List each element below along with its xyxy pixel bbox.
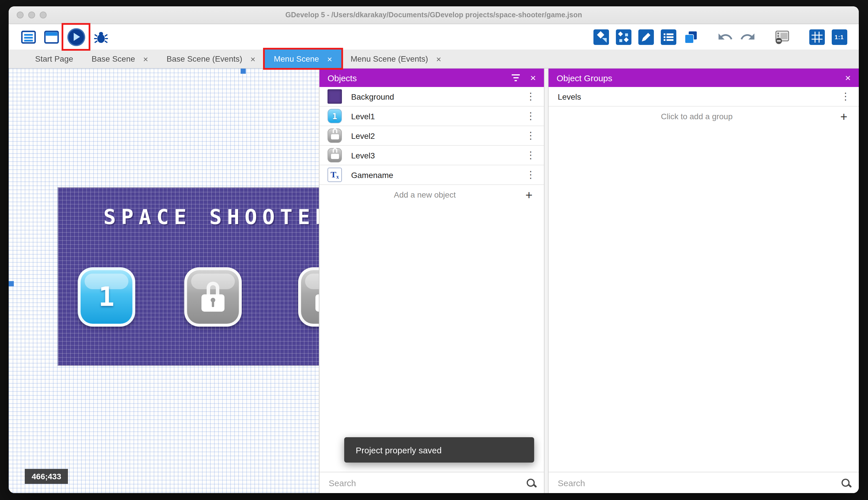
groups-search-row (549, 472, 859, 493)
object-row-background[interactable]: Background ⋮ (319, 87, 544, 106)
row-menu-icon[interactable]: ⋮ (524, 131, 537, 140)
gdevelop-window: GDevelop 5 - /Users/dkarakay/Documents/G… (9, 6, 859, 493)
scene-resize-handle-left[interactable] (9, 281, 14, 286)
locked-level-icon (328, 148, 342, 162)
groups-search-input[interactable] (556, 477, 836, 488)
layers-icon[interactable] (683, 29, 699, 45)
object-row-level1[interactable]: 1 Level1 ⋮ (319, 106, 544, 126)
titlebar: GDevelop 5 - /Users/dkarakay/Documents/G… (9, 6, 859, 24)
group-name: Levels (555, 92, 839, 101)
tab-menu-scene[interactable]: Menu Scene × (265, 49, 341, 68)
objects-search-input[interactable] (328, 477, 521, 488)
capture-icon[interactable] (774, 29, 790, 45)
editor-content: SPACE SHOOTER 1 466;433 Objects (9, 69, 859, 493)
undo-icon[interactable] (717, 29, 733, 45)
export-icon[interactable] (593, 29, 609, 45)
text-object-icon: Tx (328, 168, 342, 182)
objects-panel-empty-area (319, 204, 544, 472)
object-groups-title: Object Groups (556, 73, 612, 83)
scene-window-icon[interactable] (43, 29, 59, 45)
cursor-coordinates-badge: 466;433 (25, 469, 68, 484)
level-button-icon: 1 (328, 109, 342, 123)
tab-label: Base Scene (92, 54, 135, 64)
game-title-text-instance[interactable]: SPACE SHOOTER (58, 188, 319, 229)
objects-panel-title: Objects (328, 73, 357, 83)
window-title: GDevelop 5 - /Users/dkarakay/Documents/G… (9, 11, 859, 19)
object-groups-header: Object Groups × (549, 69, 859, 87)
background-swatch-icon (328, 89, 342, 104)
object-row-level2[interactable]: Level2 ⋮ (319, 126, 544, 146)
debug-icon[interactable] (93, 29, 109, 45)
tab-start-page[interactable]: Start Page (26, 49, 82, 68)
tab-close-icon[interactable]: × (250, 55, 256, 63)
menu-scene-preview[interactable]: SPACE SHOOTER 1 (58, 188, 319, 365)
close-window-button[interactable] (17, 12, 24, 19)
row-menu-icon[interactable]: ⋮ (839, 92, 852, 101)
objects-search-row (319, 472, 544, 493)
close-panel-icon[interactable]: × (845, 73, 851, 83)
row-menu-icon[interactable]: ⋮ (524, 170, 537, 180)
properties-icon[interactable] (660, 29, 676, 45)
zoom-ratio-label: 1:1 (835, 34, 844, 40)
main-toolbar: 1:1 (9, 24, 859, 49)
scene-resize-handle-top[interactable] (241, 69, 246, 74)
zoom-window-button[interactable] (40, 12, 47, 19)
object-name: Gamename (351, 170, 524, 180)
object-name: Level1 (351, 112, 524, 121)
tab-base-scene[interactable]: Base Scene × (82, 49, 157, 68)
tab-label: Start Page (35, 54, 73, 64)
search-icon[interactable] (841, 478, 851, 488)
add-group-label: Click to add a group (556, 112, 837, 121)
preview-play-button[interactable] (66, 27, 86, 47)
tab-label: Menu Scene (Events) (351, 54, 428, 64)
object-name: Level2 (351, 131, 524, 140)
object-name: Level3 (351, 151, 524, 160)
object-name: Background (351, 92, 524, 101)
panel-divider[interactable] (544, 69, 549, 493)
tab-label: Base Scene (Events) (167, 54, 242, 64)
add-group-plus-icon[interactable]: + (837, 110, 851, 122)
instances-icon[interactable] (615, 29, 631, 45)
toolbar-left (20, 27, 109, 47)
close-panel-icon[interactable]: × (530, 73, 536, 83)
object-row-level3[interactable]: Level3 ⋮ (319, 146, 544, 165)
save-toast: Project properly saved (344, 437, 534, 463)
add-object-label: Add a new object (328, 190, 522, 199)
level1-button-instance[interactable]: 1 (78, 267, 135, 327)
objects-panel: Objects × Background ⋮ 1 Level1 ⋮ (319, 69, 544, 493)
lock-icon (315, 281, 319, 311)
edit-icon[interactable] (638, 29, 654, 45)
add-object-row[interactable]: Add a new object + (319, 185, 544, 204)
row-menu-icon[interactable]: ⋮ (524, 92, 537, 101)
tab-close-icon[interactable]: × (143, 55, 148, 63)
tab-menu-scene-events[interactable]: Menu Scene (Events) × (341, 49, 450, 68)
tab-close-icon[interactable]: × (327, 55, 332, 63)
project-manager-icon[interactable] (20, 29, 36, 45)
redo-icon[interactable] (740, 29, 756, 45)
row-menu-icon[interactable]: ⋮ (524, 150, 537, 160)
zoom-ratio-icon[interactable]: 1:1 (831, 29, 847, 45)
groups-panel-empty-area (549, 126, 859, 472)
level3-locked-button-instance[interactable] (298, 267, 319, 327)
preview-play-icon (67, 28, 85, 46)
add-group-row[interactable]: Click to add a group + (549, 106, 859, 126)
row-menu-icon[interactable]: ⋮ (524, 111, 537, 121)
level1-label: 1 (81, 281, 132, 312)
toolbar-right: 1:1 (593, 29, 847, 45)
objects-panel-header: Objects × (319, 69, 544, 87)
desktop: GDevelop 5 - /Users/dkarakay/Documents/G… (0, 0, 868, 500)
object-groups-panel: Object Groups × Levels ⋮ Click to add a … (549, 69, 859, 493)
grid-icon[interactable] (809, 29, 825, 45)
level2-locked-button-instance[interactable] (184, 267, 242, 327)
minimize-window-button[interactable] (28, 12, 35, 19)
tab-bar: Start Page Base Scene × Base Scene (Even… (9, 49, 859, 69)
add-object-plus-icon[interactable]: + (522, 189, 536, 201)
tab-close-icon[interactable]: × (436, 55, 441, 63)
tab-base-scene-events[interactable]: Base Scene (Events) × (157, 49, 265, 68)
group-row-levels[interactable]: Levels ⋮ (549, 87, 859, 106)
filter-icon[interactable] (512, 74, 520, 81)
search-icon[interactable] (526, 478, 536, 488)
lock-icon (201, 281, 224, 311)
object-row-gamename[interactable]: Tx Gamename ⋮ (319, 165, 544, 185)
scene-canvas[interactable]: SPACE SHOOTER 1 466;433 (9, 69, 319, 493)
